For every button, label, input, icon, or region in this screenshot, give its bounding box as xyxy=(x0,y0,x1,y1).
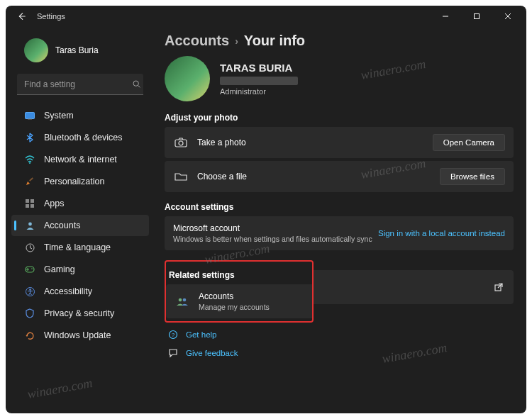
sidebar-item-time-language[interactable]: Time & language xyxy=(11,237,149,258)
sidebar-item-apps[interactable]: Apps xyxy=(11,193,149,214)
get-help-row[interactable]: ? Get help xyxy=(165,325,514,344)
folder-icon xyxy=(173,172,189,181)
related-accounts-card[interactable]: Accounts Manage my accounts xyxy=(166,284,312,318)
svg-rect-7 xyxy=(29,177,33,181)
user-avatar xyxy=(24,38,48,62)
section-adjust-photo-title: Adjust your photo xyxy=(165,113,514,123)
open-external-icon xyxy=(494,282,504,292)
svg-text:?: ? xyxy=(172,332,175,338)
sidebar-item-gaming[interactable]: Gaming xyxy=(11,259,149,280)
sidebar-item-label: Network & internet xyxy=(44,155,117,164)
svg-rect-4 xyxy=(26,112,35,118)
time-icon xyxy=(24,242,35,253)
local-account-link[interactable]: Sign in with a local account instead xyxy=(378,229,505,238)
svg-rect-5 xyxy=(28,118,32,119)
open-camera-button[interactable]: Open Camera xyxy=(433,134,505,151)
user-name: Taras Buria xyxy=(55,45,99,55)
feedback-icon xyxy=(167,348,179,358)
related-accounts-open[interactable] xyxy=(314,270,514,304)
sidebar-item-label: Personalization xyxy=(44,177,104,186)
svg-line-3 xyxy=(138,86,140,88)
search-box[interactable] xyxy=(17,74,143,95)
profile-role: Administrator xyxy=(220,87,298,96)
titlebar: Settings xyxy=(6,6,526,27)
nav-list: System Bluetooth & devices Network & int… xyxy=(11,105,149,346)
network-icon xyxy=(24,154,35,165)
sidebar-item-label: Privacy & security xyxy=(44,308,114,318)
sidebar-item-label: Apps xyxy=(44,199,65,208)
section-related-title: Related settings xyxy=(166,270,312,280)
settings-window: Settings Taras Buria System xyxy=(6,6,526,413)
accounts-icon xyxy=(24,220,35,231)
browse-files-button[interactable]: Browse files xyxy=(440,168,505,185)
close-button[interactable] xyxy=(492,6,523,27)
svg-point-20 xyxy=(179,298,182,302)
svg-point-21 xyxy=(183,298,187,302)
chevron-right-icon: › xyxy=(235,35,238,47)
help-icon: ? xyxy=(167,330,179,340)
minimize-button[interactable] xyxy=(430,6,461,27)
microsoft-account-card: Microsoft account Windows is better when… xyxy=(165,216,514,250)
sidebar-item-accounts[interactable]: Accounts xyxy=(11,215,149,236)
svg-rect-11 xyxy=(31,204,34,208)
take-photo-card: Take a photo Open Camera xyxy=(165,127,514,158)
section-account-settings-title: Account settings xyxy=(165,202,514,212)
profile-avatar xyxy=(165,56,210,101)
get-help-link: Get help xyxy=(186,330,216,339)
ms-account-title: Microsoft account xyxy=(173,223,378,233)
search-input[interactable] xyxy=(24,79,131,89)
sidebar-item-label: Bluetooth & devices xyxy=(44,133,123,143)
window-title: Settings xyxy=(37,12,65,21)
camera-icon xyxy=(173,138,189,147)
svg-rect-8 xyxy=(26,199,29,203)
sidebar-item-label: System xyxy=(44,111,74,121)
take-photo-label: Take a photo xyxy=(197,138,433,147)
system-icon xyxy=(24,110,35,121)
svg-point-15 xyxy=(31,268,33,269)
related-settings-region: Related settings Accounts Manage my acco… xyxy=(165,253,514,323)
update-icon xyxy=(24,330,35,341)
breadcrumb-page: Your info xyxy=(244,33,305,49)
bluetooth-icon xyxy=(24,132,35,143)
sidebar-item-label: Time & language xyxy=(44,242,111,252)
give-feedback-link: Give feedback xyxy=(186,349,238,357)
back-button[interactable] xyxy=(13,8,30,25)
apps-icon xyxy=(24,198,35,209)
svg-point-12 xyxy=(28,222,32,225)
sidebar-item-label: Gaming xyxy=(44,264,75,274)
sidebar-item-accessibility[interactable]: Accessibility xyxy=(11,281,149,302)
breadcrumb: Accounts › Your info xyxy=(165,33,514,49)
choose-file-card: Choose a file Browse files xyxy=(165,161,514,192)
accessibility-icon xyxy=(24,286,35,297)
related-accounts-sub: Manage my accounts xyxy=(199,303,304,311)
choose-file-label: Choose a file xyxy=(197,172,440,181)
breadcrumb-root[interactable]: Accounts xyxy=(165,33,229,49)
related-accounts-title: Accounts xyxy=(199,291,304,301)
sidebar-item-windows-update[interactable]: Windows Update xyxy=(11,325,149,346)
profile-email-redacted xyxy=(220,77,298,85)
svg-point-2 xyxy=(133,81,138,86)
ms-account-sub: Windows is better when settings and file… xyxy=(173,235,378,243)
sidebar-item-privacy[interactable]: Privacy & security xyxy=(11,303,149,324)
give-feedback-row[interactable]: Give feedback xyxy=(165,344,514,362)
svg-point-6 xyxy=(29,162,31,164)
svg-rect-10 xyxy=(26,204,29,208)
svg-rect-9 xyxy=(31,199,34,203)
sidebar-item-label: Accessibility xyxy=(44,286,92,296)
related-settings-highlight: Related settings Accounts Manage my acco… xyxy=(165,260,314,323)
sidebar-item-system[interactable]: System xyxy=(11,105,149,126)
sidebar-item-label: Accounts xyxy=(44,220,80,230)
people-icon xyxy=(174,296,190,306)
gaming-icon xyxy=(24,264,35,275)
user-profile-row[interactable]: Taras Buria xyxy=(11,33,149,71)
sidebar-item-network[interactable]: Network & internet xyxy=(11,149,149,170)
personalization-icon xyxy=(24,176,35,187)
main-content: Accounts › Your info TARAS BURIA Adminis… xyxy=(155,27,526,413)
sidebar: Taras Buria System Bluetooth & devices xyxy=(6,27,155,413)
svg-rect-1 xyxy=(475,14,480,19)
maximize-button[interactable] xyxy=(461,6,492,27)
sidebar-item-bluetooth[interactable]: Bluetooth & devices xyxy=(11,127,149,148)
sidebar-item-personalization[interactable]: Personalization xyxy=(11,171,149,192)
profile-block: TARAS BURIA Administrator xyxy=(165,56,514,101)
privacy-icon xyxy=(24,308,35,319)
